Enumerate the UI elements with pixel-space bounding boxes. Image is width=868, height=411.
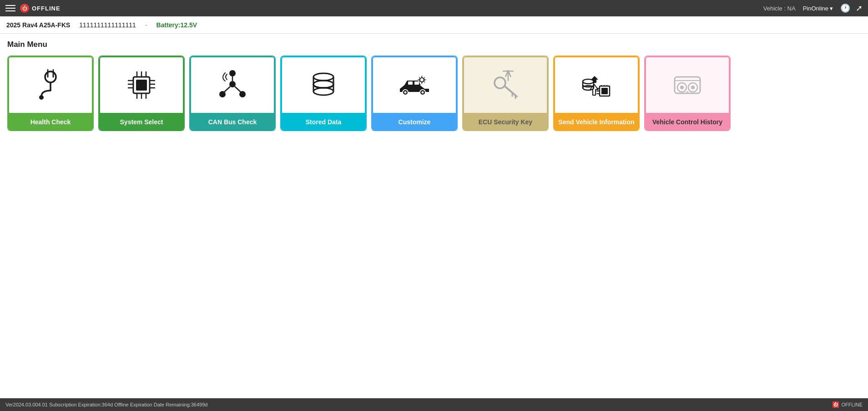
svg-point-41 <box>495 77 505 88</box>
main-content: Main Menu Health Check <box>0 34 868 407</box>
vehicle-serial-label: 1111111111111111 <box>79 21 136 29</box>
key-upload-icon <box>487 67 524 103</box>
battery-label: Battery:12.5V <box>156 21 197 29</box>
network-icon <box>214 67 251 103</box>
svg-point-2 <box>39 95 44 100</box>
svg-line-27 <box>235 86 241 92</box>
vehicle-model-label: 2025 Rav4 A25A-FKS <box>6 21 70 29</box>
send-data-icon <box>578 67 615 103</box>
customize-card[interactable]: Customize <box>371 56 458 131</box>
stethoscope-icon <box>32 67 69 103</box>
stored-data-label: Stored Data <box>281 114 366 130</box>
svg-point-0 <box>45 71 56 82</box>
bottom-bar: Ver2024.03.004.01 Subscription Expiratio… <box>0 398 868 411</box>
svg-point-33 <box>313 88 333 95</box>
ecu-security-key-label: ECU Security Key <box>463 114 548 130</box>
svg-rect-52 <box>601 88 608 94</box>
vehicle-control-history-icon-area <box>645 56 730 114</box>
svg-point-22 <box>229 70 236 76</box>
health-check-label: Health Check <box>8 114 93 130</box>
status-bar: 2025 Rav4 A25A-FKS 1111111111111111 - Ba… <box>0 16 868 34</box>
svg-rect-36 <box>414 81 419 85</box>
clock-icon[interactable]: 🕐 <box>840 3 850 13</box>
car-gear-icon <box>396 67 433 103</box>
system-select-card[interactable]: System Select <box>98 56 185 131</box>
send-vehicle-info-label: Send Vehicle Information <box>554 114 639 130</box>
svg-line-42 <box>505 86 517 96</box>
svg-point-28 <box>313 73 333 81</box>
brand-circle-icon <box>20 4 29 13</box>
pin-online-button[interactable]: PinOnline ▾ <box>803 5 833 12</box>
history-icon <box>669 67 706 103</box>
can-bus-icon-area <box>190 56 275 114</box>
system-select-label: System Select <box>99 114 184 130</box>
offline-indicator-icon: ⏻ <box>833 401 839 408</box>
svg-point-40 <box>422 91 424 94</box>
stored-data-card[interactable]: Stored Data <box>280 56 367 131</box>
menu-grid: Health Check <box>7 56 861 131</box>
ecu-security-key-icon-area <box>463 56 548 114</box>
vehicle-control-history-card[interactable]: Vehicle Control History <box>644 56 731 131</box>
offline-status-label: OFFLINE <box>32 5 61 12</box>
brand-logo: OFFLINE <box>20 4 61 13</box>
can-bus-check-card[interactable]: CAN Bus Check <box>189 56 276 131</box>
chip-icon <box>123 67 160 103</box>
can-bus-label: CAN Bus Check <box>190 114 275 130</box>
stored-data-icon-area <box>281 56 366 114</box>
vehicle-na-label: Vehicle : NA <box>763 5 796 12</box>
page-title: Main Menu <box>7 40 861 49</box>
send-vehicle-info-icon-area <box>554 56 639 114</box>
svg-point-34 <box>420 78 424 82</box>
system-select-icon-area <box>99 56 184 114</box>
top-bar-left: OFFLINE <box>5 4 61 13</box>
top-bar-action-icons: 🕐 ➚ <box>840 3 863 13</box>
svg-point-39 <box>404 91 407 94</box>
svg-rect-35 <box>408 81 413 85</box>
version-text: Ver2024.03.004.01 Subscription Expiratio… <box>5 402 207 407</box>
database-icon <box>305 67 342 103</box>
svg-marker-59 <box>591 76 598 83</box>
svg-rect-8 <box>136 80 147 91</box>
hamburger-menu-icon[interactable] <box>5 5 15 11</box>
customize-label: Customize <box>372 114 457 130</box>
svg-line-25 <box>224 86 230 92</box>
top-bar-right: Vehicle : NA PinOnline ▾ 🕐 ➚ <box>763 3 863 13</box>
offline-small-label: OFFLINE <box>842 402 863 407</box>
health-check-card[interactable]: Health Check <box>7 56 94 131</box>
health-check-icon-area <box>8 56 93 114</box>
external-link-icon[interactable]: ➚ <box>856 3 863 13</box>
ecu-security-key-card[interactable]: ECU Security Key <box>462 56 549 131</box>
svg-point-21 <box>229 81 236 87</box>
top-bar: OFFLINE Vehicle : NA PinOnline ▾ 🕐 ➚ <box>0 0 868 16</box>
send-vehicle-info-card[interactable]: Send Vehicle Information <box>553 56 640 131</box>
bottom-offline-indicator: ⏻ OFFLINE <box>833 401 863 408</box>
vehicle-control-history-label: Vehicle Control History <box>645 114 730 130</box>
svg-point-62 <box>680 86 684 89</box>
svg-point-47 <box>583 79 594 84</box>
svg-point-64 <box>691 86 695 89</box>
status-separator: - <box>145 21 147 29</box>
customize-icon-area <box>372 56 457 114</box>
offline-indicator-label: ⏻ <box>833 402 838 407</box>
